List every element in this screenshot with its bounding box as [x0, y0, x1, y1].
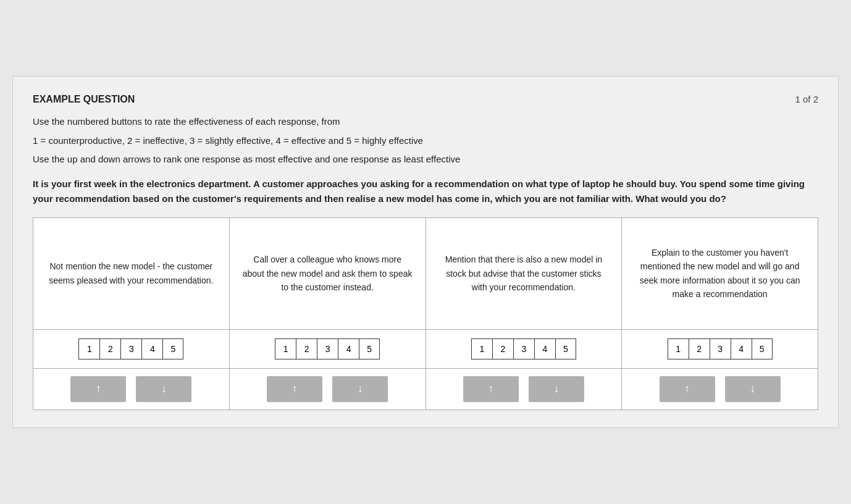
- rating-btn-d-4[interactable]: 4: [731, 338, 752, 359]
- rating-btn-d-2[interactable]: 2: [689, 338, 710, 359]
- rating-btn-a-2[interactable]: 2: [99, 338, 120, 359]
- arrow-down-btn-b[interactable]: ↓: [332, 376, 388, 402]
- rating-btn-b-2[interactable]: 2: [296, 338, 317, 359]
- rating-btn-c-4[interactable]: 4: [534, 338, 555, 359]
- rating-btn-a-1[interactable]: 1: [78, 338, 99, 359]
- response-text-d: Explain to the customer you haven't ment…: [634, 246, 805, 301]
- arrow-up-btn-a[interactable]: ↑: [70, 376, 126, 402]
- rating-btn-b-1[interactable]: 1: [275, 338, 296, 359]
- page-container: EXAMPLE QUESTION 1 of 2 Use the numbered…: [12, 76, 839, 428]
- arrows-cell-a: ↑ ↓: [33, 369, 230, 410]
- arrow-up-btn-c[interactable]: ↑: [463, 376, 519, 402]
- arrow-down-btn-d[interactable]: ↓: [725, 376, 781, 402]
- rating-btn-c-3[interactable]: 3: [513, 338, 534, 359]
- rating-row: 1 2 3 4 5 1 2 3 4 5 1 2 3 4 5 1: [33, 330, 818, 369]
- response-text-c: Mention that there is also a new model i…: [438, 253, 610, 294]
- rating-btn-d-5[interactable]: 5: [752, 338, 773, 359]
- rating-cell-b: 1 2 3 4 5: [230, 330, 426, 368]
- response-text-b: Call over a colleague who knows more abo…: [242, 253, 413, 294]
- arrows-row: ↑ ↓ ↑ ↓ ↑ ↓ ↑ ↓: [33, 369, 818, 410]
- rating-btn-d-1[interactable]: 1: [668, 338, 689, 359]
- arrow-up-btn-b[interactable]: ↑: [267, 376, 322, 402]
- instruction-1: Use the numbered buttons to rate the eff…: [33, 115, 818, 129]
- responses-table: Not mention the new model - the customer…: [33, 217, 818, 410]
- instruction-3: Use the up and down arrows to rank one r…: [33, 153, 818, 167]
- response-cell-b: Call over a colleague who knows more abo…: [230, 218, 426, 329]
- rating-btn-c-1[interactable]: 1: [471, 338, 492, 359]
- header-row: EXAMPLE QUESTION 1 of 2: [33, 94, 818, 105]
- rating-cell-c: 1 2 3 4 5: [426, 330, 623, 368]
- response-text-a: Not mention the new model - the customer…: [46, 259, 217, 287]
- rating-btn-a-3[interactable]: 3: [120, 338, 141, 359]
- rating-btn-a-5[interactable]: 5: [162, 338, 183, 359]
- response-text-row: Not mention the new model - the customer…: [33, 218, 818, 330]
- page-title: EXAMPLE QUESTION: [33, 94, 135, 105]
- rating-btn-d-3[interactable]: 3: [710, 338, 731, 359]
- page-indicator: 1 of 2: [795, 94, 818, 104]
- arrow-down-btn-c[interactable]: ↓: [529, 376, 584, 402]
- rating-cell-a: 1 2 3 4 5: [33, 330, 230, 368]
- arrows-cell-b: ↑ ↓: [230, 369, 426, 410]
- response-cell-c: Mention that there is also a new model i…: [426, 218, 623, 329]
- arrows-cell-c: ↑ ↓: [426, 369, 623, 410]
- rating-btn-b-3[interactable]: 3: [317, 338, 338, 359]
- arrows-cell-d: ↑ ↓: [622, 369, 818, 410]
- response-cell-d: Explain to the customer you haven't ment…: [622, 218, 818, 329]
- rating-btn-b-5[interactable]: 5: [359, 338, 380, 359]
- rating-btn-a-4[interactable]: 4: [141, 338, 162, 359]
- question-text: It is your first week in the electronics…: [33, 177, 818, 206]
- rating-btn-b-4[interactable]: 4: [338, 338, 359, 359]
- rating-btn-c-2[interactable]: 2: [492, 338, 513, 359]
- response-cell-a: Not mention the new model - the customer…: [33, 218, 230, 329]
- rating-btn-c-5[interactable]: 5: [555, 338, 576, 359]
- rating-cell-d: 1 2 3 4 5: [622, 330, 818, 368]
- instruction-2: 1 = counterproductive, 2 = ineffective, …: [33, 134, 818, 148]
- arrow-down-btn-a[interactable]: ↓: [136, 376, 191, 402]
- arrow-up-btn-d[interactable]: ↑: [660, 376, 715, 402]
